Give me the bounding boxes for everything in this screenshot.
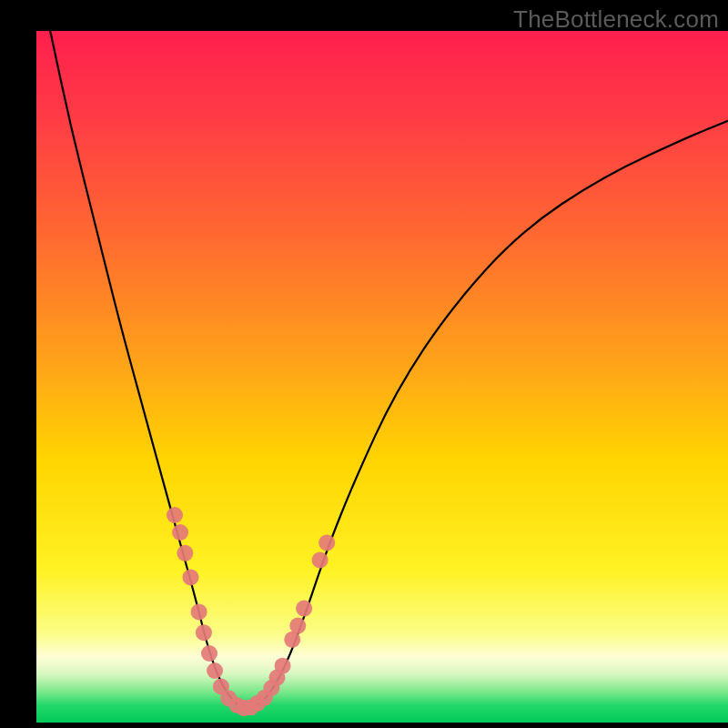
plot-area [36,31,728,723]
sample-point [167,507,183,523]
sample-point [201,645,217,662]
chart-frame: TheBottleneck.com [0,0,728,728]
sample-point [318,534,335,551]
sample-point [289,618,306,634]
sample-point [296,601,312,617]
sample-point [312,551,329,568]
sample-point [172,524,188,541]
sample-point [182,569,198,585]
sample-point [207,662,223,679]
sample-point [196,624,212,641]
sample-point [177,545,193,561]
watermark-text: TheBottleneck.com [513,5,719,34]
chart-svg [36,31,728,723]
gradient-background [36,31,728,723]
sample-point [275,658,291,674]
sample-point [191,603,207,620]
